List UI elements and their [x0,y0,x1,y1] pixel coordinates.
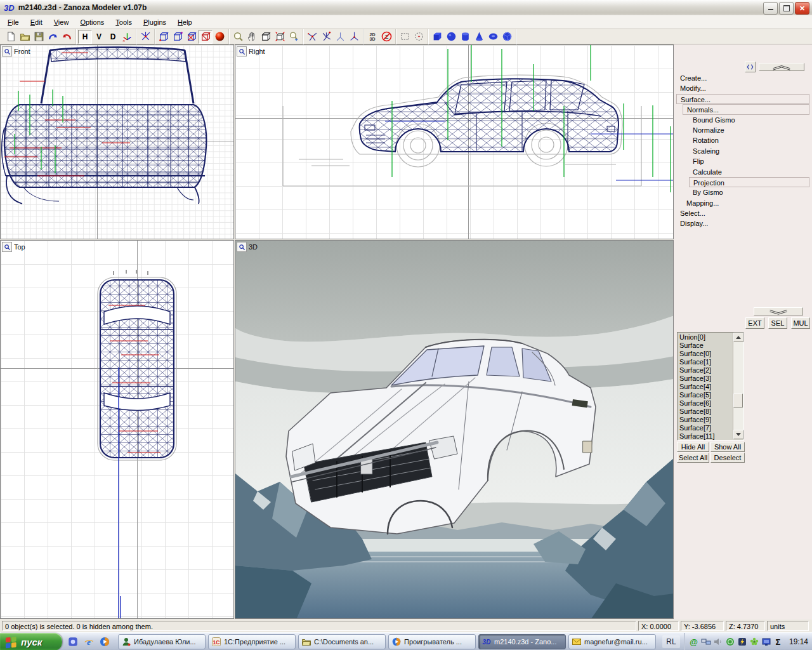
sidebar-item-calculate[interactable]: Calculate [689,167,809,177]
surface-list-item[interactable]: Surface [678,342,733,350]
sidebar-item-by-gismo[interactable]: By Gismo [689,187,809,197]
language-indicator[interactable]: RL [662,635,680,648]
taskbar-task-mail[interactable]: magnefur@mail.ru... [568,634,656,649]
menu-tools[interactable]: Tools [110,17,137,28]
primitive-geosphere-button[interactable] [500,30,514,44]
quicklaunch-app-icon[interactable] [66,635,80,649]
mode-ext-button[interactable]: EXT [745,317,764,329]
undo-button[interactable] [60,30,74,44]
quicklaunch-wmp-icon[interactable] [98,635,112,649]
titlebar[interactable]: 3D m2140.z3d - Zanoza Modeler v1.07b ✕ [0,0,812,16]
tray-at-icon[interactable]: @ [688,637,699,647]
primitive-cylinder-button[interactable] [458,30,472,44]
tray-antivirus-icon[interactable] [724,637,735,647]
show-all-button[interactable]: Show All [710,442,745,452]
menu-file[interactable]: File [3,17,24,28]
surface-list-item[interactable]: Surface[3] [678,375,733,383]
expand-panel-button[interactable] [754,307,803,315]
vertex-tool-a-button[interactable] [305,30,319,44]
surface-list-item[interactable]: Surface[6] [678,399,733,408]
edit-faces-cube-button[interactable] [185,30,199,44]
mode-mul-button[interactable]: MUL [791,317,810,329]
sidebar-item-display[interactable]: Display... [676,218,809,229]
menu-plugins[interactable]: Plugins [138,17,171,28]
tray-downloader-icon[interactable] [737,637,747,647]
menu-view[interactable]: View [49,17,74,28]
render-preview-button[interactable] [213,30,226,44]
surface-listbox[interactable]: Union[0]SurfaceSurface[0]Surface[1]Surfa… [677,332,744,441]
menu-edit[interactable]: Edit [25,17,48,28]
perspective-cube-button[interactable] [259,30,273,44]
sidebar-item-normals[interactable]: Normals... [683,104,809,114]
viewport-front[interactable]: Front [0,44,234,239]
deselect-button[interactable]: Deselect [710,453,745,463]
select-ellipse-button[interactable] [412,30,426,44]
primitive-cone-button[interactable] [472,30,486,44]
viewport-right[interactable]: Right [235,44,674,239]
save-file-button[interactable] [32,30,46,44]
sidebar-item-normalize[interactable]: Normalize [689,125,809,135]
zoom-tool-button[interactable] [231,30,245,44]
surface-list-item[interactable]: Surface[8] [678,408,733,416]
start-button[interactable]: пуск [0,633,62,650]
taskbar-task-folder[interactable]: C:\Documents an... [298,634,386,649]
sidebar-item-rotation[interactable]: Rotation [689,135,809,145]
select-all-button[interactable]: Select All [677,453,709,463]
scroll-down-button[interactable] [733,430,743,439]
z-lock-button[interactable]: Z [379,30,393,44]
view-divided-button[interactable]: D [106,30,120,44]
sidebar-item-select[interactable]: Select... [676,208,809,218]
taskbar-task-user[interactable]: Ибадулаева Юли... [118,634,206,649]
primitive-torus-button[interactable] [486,30,500,44]
collapse-panel-button[interactable] [759,63,804,71]
tray-network-icon[interactable] [700,637,711,647]
edit-objects-cube-button[interactable] [199,30,213,44]
view-horizontal-button[interactable]: H [78,30,92,44]
surface-list-item[interactable]: Surface[7] [678,424,733,432]
vertex-tool-b-button[interactable] [319,30,333,44]
zoom-pan-button[interactable] [287,30,301,44]
scroll-up-button[interactable] [733,333,743,342]
viewport-maximize-button[interactable] [237,242,247,252]
surface-list-item[interactable]: Surface[2] [678,366,733,375]
tray-volume-icon[interactable] [712,637,723,647]
taskbar-task-onec[interactable]: 1С1С:Предприятие ... [208,634,296,649]
surface-list-item[interactable]: Surface[4] [678,383,733,391]
viewport-maximize-button[interactable] [237,46,247,56]
viewport-maximize-button[interactable] [2,46,12,56]
tray-icq-icon[interactable] [749,637,759,647]
sidebar-item-mapping[interactable]: Mapping... [683,198,809,208]
select-transform-button[interactable] [273,30,287,44]
sidebar-item-bound-gismo[interactable]: Bound Gismo [689,115,809,125]
hide-all-button[interactable]: Hide All [677,442,709,452]
sidebar-item-scaleing[interactable]: Scaleing [689,146,809,156]
mode-sel-button[interactable]: SEL [768,317,787,329]
quicklaunch-ie-icon[interactable]: e [82,635,96,649]
restore-button[interactable] [779,2,794,15]
sidebar-item-projection[interactable]: Projection [689,177,809,187]
menu-help[interactable]: Help [173,17,197,28]
surface-list-item[interactable]: Surface[0] [678,350,733,358]
surface-list-item[interactable]: Surface[9] [678,416,733,424]
panel-handle-button[interactable] [745,62,756,72]
select-rectangle-button[interactable] [398,30,412,44]
taskbar-task-zmodeler[interactable]: 3Dm2140.z3d - Zano... [478,634,566,649]
tray-sigma-icon[interactable]: Σ [773,637,783,647]
minimize-button[interactable] [763,2,778,15]
tray-display-icon[interactable] [761,637,771,647]
edit-vertices-cube-button[interactable] [157,30,171,44]
surface-list-item[interactable]: Surface[5] [678,391,733,399]
viewport-3d[interactable]: 3D [235,240,674,619]
sidebar-item-create[interactable]: Create... [676,73,809,83]
mode-2d-3d-button[interactable]: 2D3D [365,30,379,44]
sidebar-item-modify[interactable]: Modify... [676,83,809,93]
viewport-maximize-button[interactable] [2,242,12,252]
surface-list-item[interactable]: Union[0] [678,333,733,342]
sidebar-item-flip[interactable]: Flip [689,156,809,166]
open-file-button[interactable] [18,30,32,44]
menu-options[interactable]: Options [75,17,109,28]
primitive-sphere-button[interactable] [444,30,458,44]
surface-list-item[interactable]: Surface[1] [678,358,733,366]
vertex-tool-c-button[interactable] [333,30,347,44]
view-vertical-button[interactable]: V [92,30,106,44]
